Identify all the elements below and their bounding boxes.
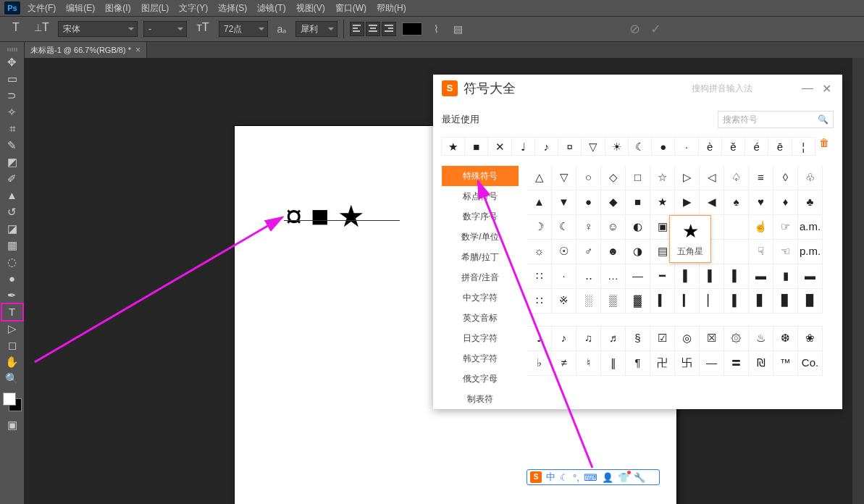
symbol-panel-titlebar[interactable]: S 符号大全 搜狗拼音输入法 — ✕	[433, 75, 842, 102]
symbol-cell[interactable]: ▼	[551, 190, 576, 215]
symbol-cell[interactable]: ♩	[527, 326, 552, 351]
recent-cell[interactable]: ●	[651, 137, 675, 156]
symbol-cell[interactable]: Co.	[797, 350, 823, 376]
recent-cell[interactable]: ♩	[511, 137, 535, 156]
symbol-cell[interactable]: ◀	[699, 190, 724, 215]
tool-eyedropper[interactable]: ✎	[2, 138, 22, 154]
symbol-cell[interactable]: …	[600, 264, 626, 289]
menu-edit[interactable]: 编辑(E)	[66, 2, 95, 14]
symbol-cell[interactable]: ☺	[600, 214, 626, 240]
recent-cell[interactable]: ·	[674, 137, 698, 156]
recent-cell[interactable]: ě	[721, 137, 745, 156]
antialias-dropdown[interactable]: 犀利	[295, 21, 337, 37]
tool-stamp[interactable]: ▲	[2, 188, 22, 203]
symbol-cell[interactable]: ▬	[748, 264, 773, 289]
quick-mask-icon[interactable]: ▣	[2, 417, 22, 433]
tool-crop[interactable]: ⌗	[2, 121, 22, 137]
menu-view[interactable]: 视图(V)	[296, 2, 325, 14]
symbol-cell[interactable]: —	[625, 264, 650, 289]
tool-history[interactable]: ↺	[2, 204, 22, 220]
symbol-cell[interactable]: ♥	[748, 190, 773, 215]
symbol-cell[interactable]: ♣	[797, 190, 823, 215]
symbol-cell[interactable]: ▶	[674, 190, 700, 215]
text-color-swatch[interactable]	[402, 22, 422, 35]
symbol-cell[interactable]: ❀	[797, 326, 823, 351]
recent-cell[interactable]: ¤	[558, 137, 582, 156]
close-icon[interactable]: ✕	[819, 82, 834, 96]
symbol-cell[interactable]: ♨	[748, 326, 773, 351]
symbol-cell[interactable]: ۞	[724, 326, 749, 351]
symbol-cell[interactable]: ☼	[527, 239, 552, 264]
symbol-cell[interactable]: ■	[625, 190, 650, 215]
symbol-cell[interactable]: ☑	[650, 326, 675, 351]
recent-cell[interactable]: è	[698, 137, 722, 156]
symbol-cell[interactable]	[724, 214, 749, 240]
symbol-cell[interactable]: ‖	[600, 350, 626, 376]
symbol-cell[interactable]: ◊	[773, 166, 798, 190]
symbol-cell[interactable]: 卐	[674, 350, 700, 376]
align-center[interactable]	[366, 22, 380, 36]
commit-text-icon[interactable]: ✓	[650, 21, 661, 37]
symbol-cell[interactable]: ▷	[674, 166, 700, 190]
symbol-cell[interactable]: a.m.	[797, 214, 823, 240]
tool-lasso[interactable]: ⊃	[2, 88, 22, 104]
symbol-cell[interactable]: ▓	[625, 288, 650, 314]
menu-select[interactable]: 选择(S)	[218, 2, 247, 14]
category-item[interactable]: 希腊/拉丁	[442, 247, 519, 267]
tool-wand[interactable]: ✧	[2, 104, 22, 120]
tool-blur[interactable]: ◌	[2, 254, 22, 270]
font-style-dropdown[interactable]: -	[143, 21, 187, 37]
tool-dodge[interactable]: ●	[2, 271, 22, 287]
symbol-cell[interactable]: ♮	[576, 350, 601, 376]
ime-skin-icon[interactable]: 👕	[618, 472, 629, 483]
symbol-cell[interactable]: ▒	[600, 288, 626, 314]
symbol-cell[interactable]: ▋	[748, 288, 773, 314]
menu-type[interactable]: 文字(Y)	[179, 2, 208, 14]
clear-recent-icon[interactable]: 🗑	[815, 137, 834, 156]
ime-punct-icon[interactable]: °,	[573, 472, 579, 483]
tool-shape[interactable]: ◻	[2, 337, 22, 353]
symbol-cell[interactable]: §	[625, 326, 650, 351]
symbol-cell[interactable]: ☉	[551, 239, 576, 264]
symbol-cell[interactable]: ☝	[748, 214, 773, 240]
symbol-cell[interactable]: ▌	[699, 264, 724, 289]
warp-text-icon[interactable]: ⌇	[428, 21, 444, 37]
symbol-cell[interactable]: ♬	[600, 326, 626, 351]
symbol-cell[interactable]: p.m.	[797, 239, 823, 264]
close-tab-icon[interactable]: ×	[135, 45, 140, 55]
ime-user-icon[interactable]: 👤	[602, 472, 613, 483]
symbol-cell[interactable]: 卍	[650, 350, 675, 376]
tool-heal[interactable]: ◩	[2, 154, 22, 170]
symbol-cell[interactable]: ◐	[625, 214, 650, 240]
symbol-cell[interactable]: ▲	[527, 190, 552, 215]
symbol-cell[interactable]: ◇	[600, 166, 626, 190]
symbol-cell[interactable]: ★	[650, 190, 675, 215]
recent-cell[interactable]: ☾	[628, 137, 652, 156]
tool-zoom[interactable]: 🔍	[2, 371, 22, 387]
symbol-cell[interactable]: ※	[551, 288, 576, 314]
category-item[interactable]: 标点符号	[442, 186, 519, 206]
symbol-cell[interactable]: ▮	[773, 264, 798, 289]
symbol-search-input[interactable]: 搜索符号 🔍	[718, 111, 834, 128]
symbol-cell[interactable]: ♂	[576, 239, 601, 264]
recent-cell[interactable]: ¦	[792, 137, 815, 156]
category-item[interactable]: 韩文字符	[442, 348, 519, 369]
symbol-cell[interactable]: ○	[576, 166, 601, 190]
color-swatches[interactable]	[3, 392, 22, 411]
symbol-cell[interactable]: ≡	[748, 166, 773, 190]
symbol-cell[interactable]: ▏	[699, 288, 724, 314]
recent-cell[interactable]: ē	[768, 137, 792, 156]
tool-pen[interactable]: ✒	[2, 287, 22, 303]
symbol-cell[interactable]: ₪	[748, 350, 773, 376]
minimize-icon[interactable]: —	[800, 82, 815, 95]
symbol-cell[interactable]: ░	[576, 288, 601, 314]
tool-eraser[interactable]: ◪	[2, 221, 22, 237]
symbol-cell[interactable]: ━	[650, 264, 675, 289]
symbol-cell[interactable]: ·	[551, 264, 576, 289]
symbol-cell[interactable]: ♭	[527, 350, 552, 376]
category-item[interactable]: 数字序号	[442, 206, 519, 227]
recent-cell[interactable]: ☀	[605, 137, 629, 156]
symbol-cell[interactable]: ¶	[625, 350, 650, 376]
cancel-text-icon[interactable]: ⊘	[629, 21, 640, 37]
symbol-cell[interactable]: ≠	[551, 350, 576, 376]
